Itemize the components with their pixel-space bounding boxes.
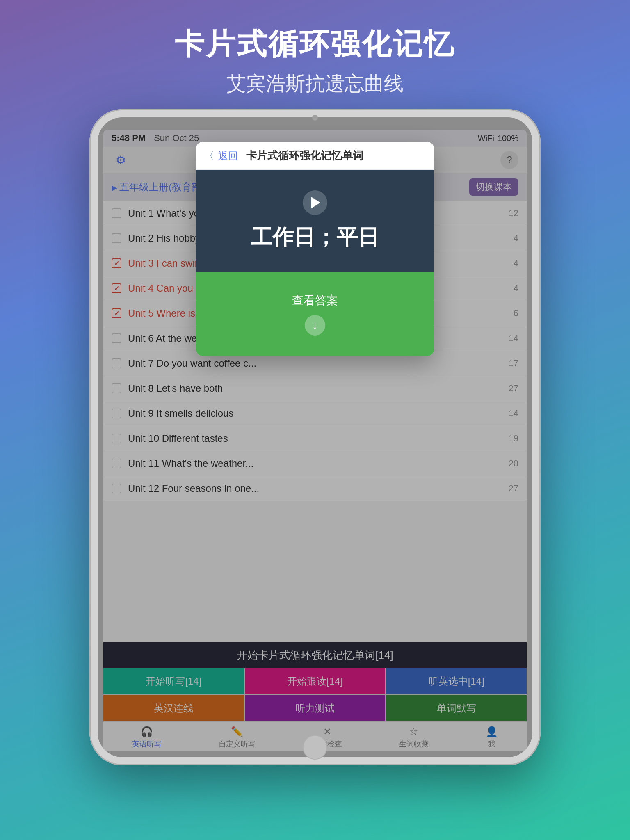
ipad-screen-area: 5:48 PM Sun Oct 25 WiFi 100% ⚙ 小易英语听写 ? … <box>98 117 532 757</box>
modal-overlay: 返回 卡片式循环强化记忆单词 工作日；平日 查看答案 ↓ <box>98 117 532 757</box>
modal-header: 返回 卡片式循环强化记忆单词 <box>196 142 434 170</box>
play-icon <box>311 197 320 208</box>
ipad-frame: 5:48 PM Sun Oct 25 WiFi 100% ⚙ 小易英语听写 ? … <box>89 109 541 765</box>
modal-body-dark: 工作日；平日 <box>196 170 434 272</box>
modal-title: 卡片式循环强化记忆单词 <box>246 148 363 163</box>
modal-back-button[interactable] <box>204 149 214 162</box>
modal-card: 返回 卡片式循环强化记忆单词 工作日；平日 查看答案 ↓ <box>196 142 434 356</box>
modal-back-label[interactable]: 返回 <box>218 149 238 162</box>
page-title: 卡片式循环强化记忆 <box>0 25 630 64</box>
modal-body-green: 查看答案 ↓ <box>196 272 434 356</box>
ipad-home-button[interactable] <box>303 735 327 760</box>
word-display: 工作日；平日 <box>251 223 379 252</box>
page-subtitle: 艾宾浩斯抗遗忘曲线 <box>0 71 630 97</box>
view-answer-label: 查看答案 <box>292 293 338 308</box>
play-audio-button[interactable] <box>303 190 327 215</box>
ipad-camera <box>312 115 318 121</box>
show-answer-button[interactable]: ↓ <box>305 315 325 336</box>
page-header: 卡片式循环强化记忆 艾宾浩斯抗遗忘曲线 <box>0 0 630 109</box>
